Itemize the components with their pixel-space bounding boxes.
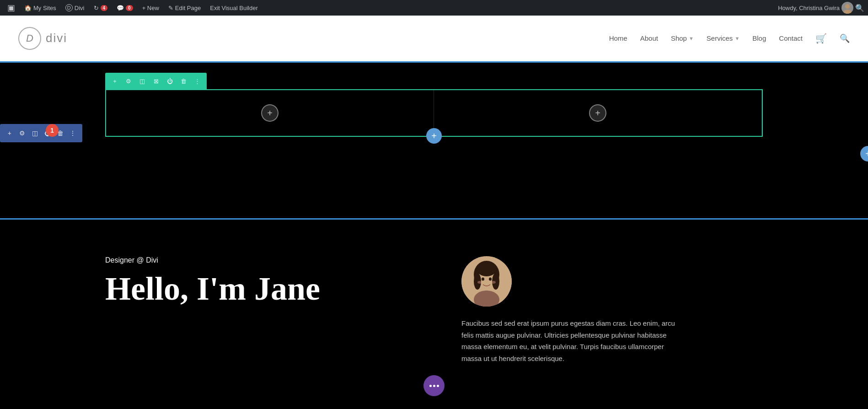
divi-button[interactable]: D Divi <box>62 0 88 16</box>
divi-icon: D <box>65 4 73 11</box>
nav-services[interactable]: Services ▼ <box>707 34 739 42</box>
new-button[interactable]: + New <box>139 0 163 16</box>
site-header: D divi Home About Shop ▼ Services ▼ Blog… <box>0 16 868 61</box>
avatar <box>461 256 512 307</box>
row-toolbar: + ⚙ ◫ ⊠ ⏻ 🗑 ⋮ <box>105 73 207 89</box>
builder-area: + ⚙ ◫ ⏻ 🗑 ⋮ 1 + ⚙ ◫ ⊠ ⏻ 🗑 ⋮ + <box>0 63 868 218</box>
fab-button[interactable] <box>423 375 445 396</box>
hero-description: Faucibus sed sed erat ipsum purus egesta… <box>461 318 681 364</box>
row-delete-button[interactable]: 🗑 <box>177 75 189 87</box>
svg-point-1 <box>843 10 852 14</box>
row-more-button[interactable]: ⋮ <box>191 75 203 87</box>
main-nav: Home About Shop ▼ Services ▼ Blog Contac… <box>609 33 850 44</box>
admin-bar-right: Howdy, Christina Gwira 🔍 <box>778 2 864 14</box>
wp-logo-button[interactable]: ▣ <box>4 0 19 16</box>
svg-point-0 <box>845 4 850 9</box>
svg-point-11 <box>489 278 492 281</box>
comments-icon: 💬 <box>117 5 124 11</box>
nav-blog[interactable]: Blog <box>752 34 766 42</box>
logo-circle-icon: D <box>18 27 41 50</box>
add-module-col1-button[interactable]: + <box>261 104 279 122</box>
my-sites-button[interactable]: 🏠 My Sites <box>21 0 60 16</box>
section-badge: 1 <box>46 124 59 137</box>
edit-page-button[interactable]: ✎ Edit Page <box>165 0 204 16</box>
fab-dot-3 <box>437 385 439 387</box>
nav-shop[interactable]: Shop ▼ <box>671 34 694 42</box>
pencil-icon: ✎ <box>168 5 173 11</box>
section-settings-button[interactable]: ⚙ <box>17 127 27 140</box>
row-cols-button[interactable]: ⊠ <box>150 75 162 87</box>
row-outline: + ⚙ ◫ ⊠ ⏻ 🗑 ⋮ + + + <box>105 89 763 137</box>
logo-text: divi <box>46 31 67 45</box>
hero-section: Designer @ Divi Hello, I'm Jane <box>0 220 868 409</box>
wp-icon: ▣ <box>7 3 15 13</box>
exit-visual-builder-button[interactable]: Exit Visual Builder <box>206 0 262 16</box>
row-toggle-button[interactable]: ⏻ <box>164 75 176 87</box>
svg-point-10 <box>482 278 484 281</box>
site-search-icon[interactable]: 🔍 <box>840 33 850 43</box>
add-section-button[interactable]: + <box>860 146 868 161</box>
admin-bar: ▣ 🏠 My Sites D Divi ↻ 4 💬 0 + New ✎ Edit… <box>0 0 868 16</box>
site-logo[interactable]: D divi <box>18 27 67 50</box>
nav-about[interactable]: About <box>640 34 658 42</box>
add-module-col2-button[interactable]: + <box>589 104 606 122</box>
row-layout-button[interactable]: ◫ <box>136 75 148 87</box>
shop-dropdown-icon: ▼ <box>689 36 694 41</box>
row-settings-button[interactable]: ⚙ <box>123 75 134 87</box>
row-add-button[interactable]: + <box>109 75 121 87</box>
svg-point-13 <box>491 281 496 284</box>
section-toolbar: + ⚙ ◫ ⏻ 🗑 ⋮ <box>0 124 82 142</box>
add-row-button[interactable]: + <box>426 128 442 144</box>
admin-avatar[interactable] <box>841 2 853 14</box>
updates-icon: ↻ <box>94 5 99 11</box>
section-more-button[interactable]: ⋮ <box>68 127 78 140</box>
hero-right-column: Faucibus sed sed erat ipsum purus egesta… <box>434 247 868 373</box>
sites-icon: 🏠 <box>24 5 32 11</box>
fab-dot-2 <box>433 385 435 387</box>
svg-point-7 <box>477 262 497 276</box>
hero-subtitle: Designer @ Divi <box>105 256 407 264</box>
svg-point-12 <box>477 281 482 284</box>
column-2: + <box>434 90 762 136</box>
cart-icon[interactable]: 🛒 <box>815 33 827 44</box>
nav-home[interactable]: Home <box>609 34 627 42</box>
hero-title: Hello, I'm Jane <box>105 272 407 307</box>
fab-dot-1 <box>429 385 432 387</box>
nav-contact[interactable]: Contact <box>779 34 803 42</box>
updates-button[interactable]: ↻ 4 <box>90 0 112 16</box>
admin-search-icon[interactable]: 🔍 <box>855 4 864 12</box>
section-add-button[interactable]: + <box>5 127 15 140</box>
services-dropdown-icon: ▼ <box>734 36 739 41</box>
hero-left-column: Designer @ Divi Hello, I'm Jane <box>0 247 434 316</box>
section-layout-button[interactable]: ◫ <box>30 127 40 140</box>
comments-button[interactable]: 💬 0 <box>113 0 137 16</box>
column-1: + <box>106 90 434 136</box>
